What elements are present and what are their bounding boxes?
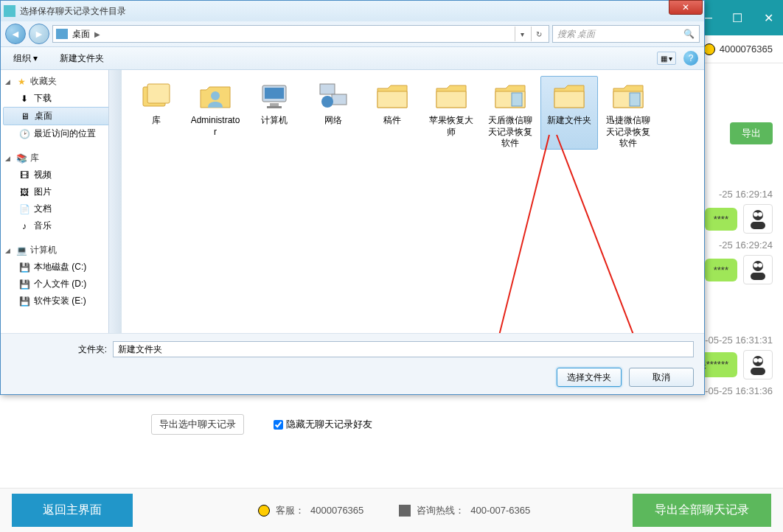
tree-item-drive-c[interactable]: 💾本地磁盘 (C:) (1, 259, 121, 276)
tree-label: 收藏夹 (30, 75, 57, 88)
file-label: 稿件 (383, 115, 401, 127)
cancel-button[interactable]: 取消 (629, 368, 694, 387)
hide-empty-label: 隐藏无聊天记录好友 (286, 418, 372, 431)
svg-point-3 (758, 212, 762, 217)
search-input[interactable]: 搜索 桌面 🔍 (552, 25, 700, 43)
dialog-close-button[interactable]: ✕ (669, 0, 703, 15)
help-icon[interactable]: ? (683, 51, 698, 66)
disk-icon: 💾 (18, 279, 30, 290)
search-icon: 🔍 (683, 29, 695, 39)
phone-icon (399, 505, 411, 517)
tree-item-drive-d[interactable]: 💾个人文件 (D:) (1, 276, 121, 293)
tree-label: 桌面 (35, 110, 52, 122)
recent-icon: 🕑 (18, 129, 30, 139)
new-folder-button[interactable]: 新建文件夹 (53, 49, 111, 68)
file-item[interactable]: 库 (128, 76, 185, 150)
file-label: Administrator (190, 115, 240, 138)
tree-label: 最近访问的位置 (34, 127, 96, 140)
tree-item-pictures[interactable]: 🖼图片 (1, 183, 121, 200)
file-item[interactable]: 天盾微信聊天记录恢复软件 (481, 76, 539, 150)
file-label: 新建文件夹 (547, 115, 591, 127)
tree-label: 文档 (34, 203, 52, 215)
file-item[interactable]: 新建文件夹 (540, 76, 598, 150)
caret-down-icon: ◢ (5, 247, 13, 254)
file-grid[interactable]: 库Administrator计算机网络稿件苹果恢复大师天盾微信聊天记录恢复软件新… (122, 70, 704, 333)
dialog-toolbar: 组织 ▾ 新建文件夹 ▦ ▾ ? (1, 46, 704, 70)
svg-point-14 (211, 91, 220, 100)
file-label: 库 (152, 115, 161, 127)
tree-item-drive-e[interactable]: 💾软件安装 (E:) (1, 293, 121, 309)
hotline-label: 咨询热线： (417, 504, 464, 517)
hide-empty-checkbox[interactable]: 隐藏无聊天记录好友 (274, 418, 372, 431)
folder-icon (139, 80, 174, 112)
tree-item-downloads[interactable]: ⬇下载 (1, 90, 121, 107)
file-label: 网络 (324, 115, 342, 127)
dialog-title: 选择保存聊天记录文件目录 (20, 5, 126, 18)
tree-label: 个人文件 (D:) (34, 278, 86, 290)
tree-label: 视频 (34, 169, 52, 181)
tree-computer-header[interactable]: ◢ 💻 计算机 (1, 242, 121, 259)
footer: 返回主界面 客服： 4000076365 咨询热线： 400-007-6365 … (0, 488, 783, 532)
back-main-button[interactable]: 返回主界面 (12, 494, 133, 527)
nav-back-button[interactable]: ◄ (5, 24, 26, 44)
sidebar-tree: ◢ ★ 收藏夹 ⬇下载 🖥桌面 🕑最近访问的位置 ◢ 📚 库 🎞视频 🖼图片 📄… (1, 70, 122, 333)
caret-down-icon: ◢ (5, 78, 13, 85)
nav-forward-button[interactable]: ► (29, 24, 49, 44)
file-item[interactable]: 苹果恢复大师 (422, 76, 480, 150)
tree-label: 音乐 (34, 220, 52, 232)
svg-rect-5 (751, 273, 765, 280)
svg-point-11 (758, 358, 762, 363)
tree-item-documents[interactable]: 📄文档 (1, 200, 121, 217)
dialog-icon (4, 5, 15, 17)
file-label: 迅捷微信聊天记录恢复软件 (603, 115, 653, 150)
svg-rect-16 (265, 88, 284, 99)
select-folder-button[interactable]: 选择文件夹 (557, 368, 622, 387)
file-item[interactable]: 稿件 (363, 76, 421, 150)
folder-label: 文件夹: (70, 343, 107, 356)
service-phone: 4000076365 (310, 505, 363, 516)
folder-name-input[interactable] (113, 341, 694, 357)
tree-label: 本地磁盘 (C:) (34, 261, 86, 273)
file-item[interactable]: 网络 (304, 76, 362, 150)
dialog-titlebar: 选择保存聊天记录文件目录 ✕ (1, 1, 704, 21)
tree-item-videos[interactable]: 🎞视频 (1, 167, 121, 183)
refresh-icon[interactable]: ↻ (531, 27, 546, 41)
download-icon: ⬇ (18, 94, 30, 104)
svg-point-6 (754, 263, 758, 267)
file-item[interactable]: Administrator (187, 76, 244, 150)
tree-label: 软件安装 (E:) (34, 295, 86, 307)
svg-point-7 (758, 263, 762, 267)
qq-icon (703, 43, 715, 55)
folder-icon (493, 80, 528, 112)
file-item[interactable]: 迅捷微信聊天记录恢复软件 (599, 76, 657, 150)
svg-rect-1 (751, 222, 765, 229)
tree-item-music[interactable]: ♪音乐 (1, 217, 121, 234)
maximize-icon[interactable]: ☐ (728, 9, 746, 27)
address-dropdown-icon[interactable]: ▾ (515, 27, 529, 41)
tree-libraries-header[interactable]: ◢ 📚 库 (1, 150, 121, 167)
svg-rect-9 (751, 368, 765, 375)
library-icon: 📚 (15, 153, 27, 164)
computer-icon: 💻 (15, 245, 27, 256)
file-label: 天盾微信聊天记录恢复软件 (485, 115, 535, 150)
file-item[interactable]: 计算机 (246, 76, 303, 150)
disk-icon: 💾 (18, 262, 30, 273)
folder-icon (551, 80, 587, 112)
address-bar[interactable]: 桌面 ▶ ▾ ↻ (52, 25, 549, 43)
tree-item-desktop[interactable]: 🖥桌面 (3, 107, 119, 125)
tree-item-recent[interactable]: 🕑最近访问的位置 (1, 125, 121, 142)
export-all-button[interactable]: 导出全部聊天记录 (633, 494, 771, 527)
tree-label: 下载 (34, 92, 52, 105)
dropdown-icon: ▾ (33, 53, 38, 63)
hide-empty-check-input[interactable] (274, 420, 283, 430)
annotation-arrow (483, 127, 704, 333)
folder-icon (316, 80, 351, 112)
close-icon[interactable]: ✕ (759, 9, 777, 27)
export-selected-button[interactable]: 导出选中聊天记录 (151, 414, 244, 435)
view-mode-button[interactable]: ▦ ▾ (657, 52, 676, 65)
chevron-right-icon: ▶ (94, 30, 100, 38)
qq-icon (258, 505, 270, 517)
folder-icon (198, 80, 233, 112)
tree-favorites-header[interactable]: ◢ ★ 收藏夹 (1, 73, 121, 90)
organize-button[interactable]: 组织 ▾ (7, 49, 44, 68)
